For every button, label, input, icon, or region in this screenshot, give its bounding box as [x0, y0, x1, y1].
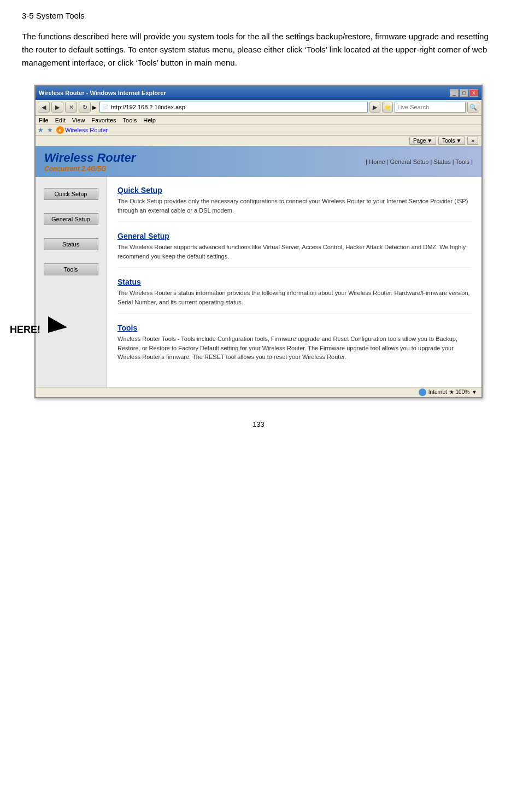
menu-favorites[interactable]: Favorites: [91, 117, 116, 123]
status-title: Status: [118, 278, 471, 286]
tools-action-button[interactable]: Tools ▼: [438, 137, 465, 145]
status-section: Status The Wireless Router's status info…: [118, 278, 471, 314]
menu-help[interactable]: Help: [143, 117, 156, 123]
go-button[interactable]: ▶: [369, 102, 380, 113]
page-icon: 📄: [102, 104, 109, 110]
status-text: The Wireless Router's status information…: [118, 289, 471, 307]
annotation-area: HERE!: [10, 314, 70, 336]
browser-titlebar: Wireless Router - Windows Internet Explo…: [36, 86, 481, 100]
status-right: Internet ★ 100% ▼: [419, 389, 477, 396]
favorites-button[interactable]: ⭐: [382, 102, 393, 113]
browser-links-bar: ★ ★ e Wireless Router: [36, 125, 481, 136]
browser-action-bar: Page ▼ Tools ▼ »: [36, 136, 481, 146]
internet-label: Internet: [428, 389, 447, 395]
page-link-icon: e: [56, 126, 64, 134]
page-heading: 3-5 System Tools: [22, 11, 495, 20]
page-link-text: Wireless Router: [65, 127, 108, 133]
menu-file[interactable]: File: [39, 117, 49, 123]
page-number: 133: [22, 420, 495, 428]
router-sidebar: Quick Setup General Setup Status Tools: [36, 177, 107, 387]
intro-text: The functions described here will provid…: [22, 30, 495, 69]
page-action-arrow: ▼: [427, 138, 432, 144]
page-link[interactable]: e Wireless Router: [56, 126, 108, 134]
page-action-button[interactable]: Page ▼: [409, 137, 436, 145]
browser-toolbar: ◀ ▶ ✕ ↻ ▶ 📄 http://192.168.2.1/index.asp…: [36, 100, 481, 116]
restore-button[interactable]: □: [460, 89, 468, 97]
refresh-button[interactable]: ↻: [79, 102, 91, 113]
favorites-star-icon: ★: [38, 126, 44, 134]
router-subtitle: Concurrent 2.4G/5G: [44, 165, 136, 173]
menu-view[interactable]: View: [72, 117, 85, 123]
menu-tools[interactable]: Tools: [123, 117, 137, 123]
tools-action-label: Tools: [442, 138, 455, 144]
general-setup-button[interactable]: General Setup: [44, 213, 98, 225]
address-label: ▶: [92, 104, 97, 110]
router-nav-links: | Home | General Setup | Status | Tools …: [366, 158, 473, 165]
menu-edit[interactable]: Edit: [55, 117, 66, 123]
browser-statusbar: Internet ★ 100% ▼: [36, 387, 481, 397]
favorites-star2-icon: ★: [47, 126, 53, 134]
router-content: Quick Setup The Quick Setup provides onl…: [107, 177, 481, 387]
tools-title: Tools: [118, 323, 471, 332]
tools-section: Tools Wireless Router Tools - Tools incl…: [118, 323, 471, 368]
search-go-button[interactable]: 🔍: [467, 102, 479, 113]
quick-setup-title: Quick Setup: [118, 186, 471, 195]
search-input[interactable]: [395, 102, 466, 113]
general-setup-section: General Setup The Wireless Router suppor…: [118, 232, 471, 268]
tools-text: Wireless Router Tools - Tools include Co…: [118, 334, 471, 362]
router-body: Quick Setup General Setup Status Tools Q…: [36, 177, 481, 387]
svg-marker-0: [48, 316, 67, 333]
zoom-arrow: ▼: [472, 389, 477, 395]
extra-action-button[interactable]: »: [467, 137, 478, 145]
browser-window: Wireless Router - Windows Internet Explo…: [34, 85, 483, 398]
browser-menu-bar: File Edit View Favorites Tools Help: [36, 116, 481, 125]
internet-icon: [419, 389, 426, 396]
here-label: HERE!: [10, 324, 40, 336]
router-header: Wireless Router Concurrent 2.4G/5G | Hom…: [36, 146, 481, 177]
router-title: Wireless Router: [44, 151, 136, 165]
browser-title: Wireless Router - Windows Internet Explo…: [39, 90, 166, 96]
forward-button[interactable]: ▶: [51, 102, 63, 113]
back-button[interactable]: ◀: [38, 102, 50, 113]
router-ui: Wireless Router Concurrent 2.4G/5G | Hom…: [36, 146, 481, 387]
page-action-label: Page: [413, 138, 426, 144]
quick-setup-text: The Quick Setup provides only the necess…: [118, 197, 471, 215]
address-bar[interactable]: 📄 http://192.168.2.1/index.asp: [99, 102, 368, 113]
browser-title-buttons: _ □ X: [450, 89, 478, 97]
quick-setup-button[interactable]: Quick Setup: [44, 188, 98, 200]
general-setup-text: The Wireless Router supports advanced fu…: [118, 243, 471, 261]
status-button[interactable]: Status: [44, 238, 98, 250]
tools-button[interactable]: Tools: [44, 263, 98, 275]
close-button[interactable]: X: [469, 89, 478, 97]
router-title-block: Wireless Router Concurrent 2.4G/5G: [44, 151, 136, 173]
arrow-annotation: [43, 314, 70, 336]
tools-action-arrow: ▼: [456, 138, 462, 144]
zoom-label: ★ 100%: [449, 389, 469, 395]
quick-setup-section: Quick Setup The Quick Setup provides onl…: [118, 186, 471, 222]
minimize-button[interactable]: _: [450, 89, 459, 97]
stop-button[interactable]: ✕: [65, 102, 77, 113]
browser-nav-row: ◀ ▶ ✕ ↻ ▶ 📄 http://192.168.2.1/index.asp…: [38, 102, 479, 113]
general-setup-title: General Setup: [118, 232, 471, 240]
address-text: http://192.168.2.1/index.asp: [111, 104, 185, 110]
